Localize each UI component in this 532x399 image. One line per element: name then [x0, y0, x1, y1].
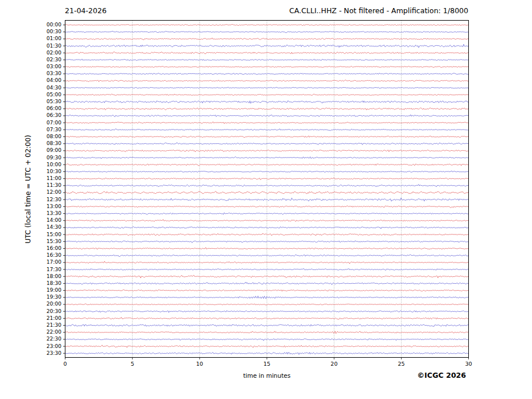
trace-row-13:30: [65, 213, 469, 214]
x-tick-label: 10: [190, 361, 209, 367]
y-tick-label: 00:30: [21, 29, 61, 34]
y-tick-label: 16:00: [21, 246, 61, 251]
x-tick-label: 5: [123, 361, 142, 367]
y-tick-label: 20:30: [21, 309, 61, 314]
y-tick-label: 23:00: [21, 344, 61, 349]
y-tick-label: 09:30: [21, 155, 61, 161]
y-tick-label: 17:30: [21, 267, 61, 272]
trace-row-21:00: [65, 317, 469, 319]
y-tick-label: 22:00: [21, 330, 61, 335]
y-tick-label: 11:30: [21, 183, 61, 188]
trace-row-11:00: [65, 178, 469, 179]
y-tick-label: 13:30: [21, 211, 61, 216]
copyright-label: ©ICGC 2026: [417, 371, 466, 380]
trace-row-18:30: [65, 282, 469, 285]
x-tick-label: 20: [324, 361, 344, 367]
y-tick-label: 15:00: [21, 232, 61, 237]
y-tick-label: 10:00: [21, 162, 61, 167]
y-tick-label: 07:30: [21, 127, 61, 132]
trace-row-22:00: [65, 331, 469, 334]
x-tick-label: 15: [257, 361, 277, 367]
y-tick-label: 12:00: [21, 190, 61, 195]
x-axis-label: time in minutes: [243, 372, 290, 379]
y-tick-label: 06:00: [21, 106, 61, 111]
y-tick-label: 03:00: [21, 64, 61, 69]
y-tick-label: 05:30: [21, 99, 61, 104]
y-tick-label: 08:30: [21, 141, 61, 146]
trace-row-18:00: [65, 275, 469, 278]
y-tick-label: 19:30: [21, 295, 61, 300]
y-tick-label: 06:30: [21, 113, 61, 118]
y-tick-label: 01:30: [21, 44, 61, 49]
y-tick-label: 12:30: [21, 197, 61, 202]
y-tick-label: 15:30: [21, 239, 61, 244]
trace-row-21:30: [65, 324, 469, 327]
y-tick-label: 14:30: [21, 225, 61, 230]
y-tick-label: 18:00: [21, 274, 61, 279]
y-tick-label: 16:30: [21, 253, 61, 258]
y-tick-label: 04:00: [21, 78, 61, 83]
y-tick-label: 19:00: [21, 288, 61, 293]
y-tick-label: 23:30: [21, 351, 61, 356]
y-tick-label: 04:30: [21, 85, 61, 91]
y-tick-label: 03:30: [21, 71, 61, 76]
y-tick-label: 11:00: [21, 176, 61, 181]
x-tick-label: 0: [56, 361, 75, 367]
y-tick-label: 08:00: [21, 134, 61, 139]
trace-row-17:30: [65, 268, 469, 270]
plot-svg: [0, 0, 532, 399]
y-tick-label: 01:00: [21, 36, 61, 41]
y-tick-label: 20:00: [21, 302, 61, 307]
y-tick-label: 09:00: [21, 148, 61, 153]
y-tick-label: 05:00: [21, 92, 61, 97]
y-tick-label: 18:30: [21, 281, 61, 286]
trace-row-05:00: [65, 94, 469, 95]
y-tick-label: 02:00: [21, 50, 61, 56]
y-tick-label: 13:00: [21, 204, 61, 209]
y-tick-label: 17:00: [21, 260, 61, 265]
x-tick-label: 30: [459, 361, 479, 367]
x-tick-label: 25: [391, 361, 411, 367]
y-tick-label: 00:00: [21, 22, 61, 28]
y-tick-label: 14:00: [21, 218, 61, 223]
y-tick-label: 22:30: [21, 337, 61, 342]
y-tick-label: 10:30: [21, 169, 61, 174]
trace-row-14:00: [65, 220, 469, 222]
y-tick-label: 21:30: [21, 323, 61, 328]
helicorder-page: 21-04-2026 CA.CLLI..HHZ - Not filtered -…: [0, 0, 532, 399]
y-tick-label: 21:00: [21, 316, 61, 321]
y-tick-label: 07:00: [21, 120, 61, 126]
y-tick-label: 02:30: [21, 57, 61, 62]
trace-row-00:00: [65, 24, 469, 25]
